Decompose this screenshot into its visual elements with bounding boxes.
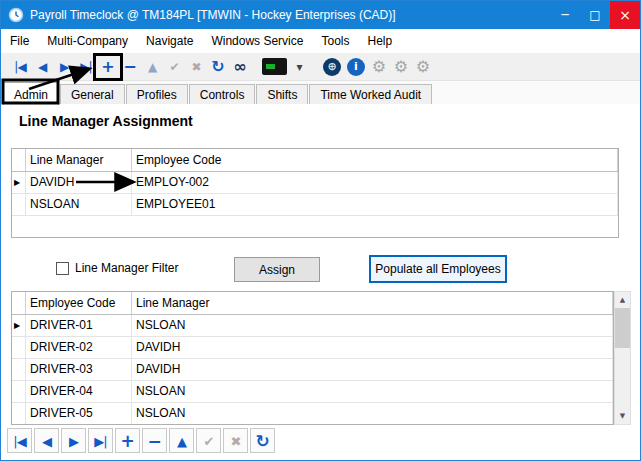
preview-glasses-icon[interactable]: ∞ bbox=[229, 56, 251, 78]
table-row[interactable]: ▶DRIVER-01NSLOAN bbox=[12, 315, 613, 337]
timeclock-device-icon[interactable] bbox=[262, 58, 287, 75]
page-title: Line Manager Assignment bbox=[19, 113, 193, 129]
device-screen bbox=[266, 64, 275, 69]
app-window: Payroll Timeclock @ TM184PL [TMWIN - Hoc… bbox=[0, 0, 641, 461]
gear-2-icon[interactable]: ⚙ bbox=[390, 56, 412, 78]
cancel-edit-icon[interactable]: ✖ bbox=[185, 56, 207, 78]
row-selector-header bbox=[12, 149, 26, 171]
column-header-employee-code[interactable]: Employee Code bbox=[132, 149, 618, 171]
refresh-icon[interactable]: ↻ bbox=[250, 428, 275, 453]
edit-record-icon[interactable]: ▲ bbox=[141, 56, 163, 78]
row-selector-header bbox=[12, 292, 26, 314]
cell-line-manager[interactable]: DAVIDH bbox=[132, 337, 613, 358]
insert-record-icon[interactable]: + bbox=[97, 56, 119, 78]
separator-1 bbox=[251, 56, 261, 78]
cell-line-manager[interactable]: NSLOAN bbox=[132, 381, 613, 402]
refresh-icon[interactable]: ↻ bbox=[207, 56, 229, 78]
nav-last-icon[interactable]: ▶| bbox=[88, 428, 113, 453]
app-icon bbox=[8, 7, 24, 23]
cell-line-manager[interactable]: NSLOAN bbox=[132, 403, 613, 424]
menu-file[interactable]: File bbox=[1, 29, 38, 53]
cell-employee-code[interactable]: DRIVER-01 bbox=[26, 315, 132, 336]
cell-line-manager[interactable]: NSLOAN bbox=[132, 315, 613, 336]
table-row[interactable]: ▶DAVIDHEMPLOY-002 bbox=[12, 172, 618, 194]
tab-controls[interactable]: Controls bbox=[189, 84, 256, 104]
employee-grid-container: Employee CodeLine Manager▶DRIVER-01NSLOA… bbox=[11, 291, 631, 425]
close-button[interactable]: × bbox=[610, 1, 640, 29]
populate-all-employees-button[interactable]: Populate all Employees bbox=[369, 255, 507, 283]
window-title: Payroll Timeclock @ TM184PL [TMWIN - Hoc… bbox=[30, 8, 396, 22]
info-icon[interactable]: i bbox=[347, 58, 365, 76]
scrollbar-thumb[interactable] bbox=[615, 308, 630, 348]
checkbox-label: Line Manager Filter bbox=[75, 261, 178, 275]
nav-first-icon[interactable]: |◀ bbox=[9, 56, 31, 78]
cancel-edit-icon[interactable]: ✖ bbox=[223, 428, 248, 453]
grid-header-row: Line ManagerEmployee Code bbox=[12, 149, 618, 172]
table-row[interactable]: DRIVER-02DAVIDH bbox=[12, 337, 613, 359]
row-selector bbox=[12, 359, 26, 380]
current-row-indicator: ▶ bbox=[12, 315, 26, 336]
menu-windows-service[interactable]: Windows Service bbox=[202, 29, 312, 53]
assign-button[interactable]: Assign bbox=[234, 257, 320, 282]
scroll-down-icon[interactable]: ▼ bbox=[615, 408, 630, 424]
scroll-up-icon[interactable]: ▲ bbox=[615, 292, 630, 308]
titlebar: Payroll Timeclock @ TM184PL [TMWIN - Hoc… bbox=[1, 1, 640, 29]
table-row[interactable]: DRIVER-03DAVIDH bbox=[12, 359, 613, 381]
row-selector bbox=[12, 403, 26, 424]
tab-time-worked-audit[interactable]: Time Worked Audit bbox=[309, 84, 432, 104]
column-header-employee-code[interactable]: Employee Code bbox=[26, 292, 132, 314]
tab-admin[interactable]: Admin bbox=[3, 82, 59, 105]
menu-tools[interactable]: Tools bbox=[312, 29, 358, 53]
maximize-button[interactable]: □ bbox=[580, 1, 610, 29]
delete-record-icon[interactable]: − bbox=[142, 428, 167, 453]
cell-line-manager[interactable]: NSLOAN bbox=[26, 194, 132, 215]
cell-line-manager[interactable]: DAVIDH bbox=[26, 172, 132, 193]
column-header-line-manager[interactable]: Line Manager bbox=[132, 292, 613, 314]
tab-general[interactable]: General bbox=[60, 84, 125, 104]
cell-employee-code[interactable]: EMPLOYEE01 bbox=[132, 194, 618, 215]
post-edit-icon[interactable]: ✔ bbox=[163, 56, 185, 78]
checkbox-box[interactable] bbox=[56, 262, 69, 275]
table-row[interactable]: DRIVER-04NSLOAN bbox=[12, 381, 613, 403]
gear-1-icon[interactable]: ⚙ bbox=[368, 56, 390, 78]
menu-multi-company[interactable]: Multi-Company bbox=[38, 29, 137, 53]
bottom-navigator: |◀◀▶▶|+−▲✔✖↻ bbox=[7, 428, 275, 453]
tab-shifts[interactable]: Shifts bbox=[256, 84, 308, 104]
menubar: FileMulti-CompanyNavigateWindows Service… bbox=[1, 29, 640, 53]
caption-buttons: ─ □ × bbox=[550, 1, 640, 29]
insert-record-icon[interactable]: + bbox=[115, 428, 140, 453]
edit-record-icon[interactable]: ▲ bbox=[169, 428, 194, 453]
nav-last-icon[interactable]: ▶| bbox=[75, 56, 97, 78]
table-row[interactable]: NSLOANEMPLOYEE01 bbox=[12, 194, 618, 216]
nav-next-icon[interactable]: ▶ bbox=[53, 56, 75, 78]
cell-employee-code[interactable]: DRIVER-02 bbox=[26, 337, 132, 358]
assignment-grid: Line ManagerEmployee Code▶DAVIDHEMPLOY-0… bbox=[11, 148, 619, 238]
main-toolbar: |◀◀▶▶|+−▲✔✖↻∞▾⊕i⚙⚙⚙ bbox=[1, 53, 640, 81]
nav-prior-icon[interactable]: ◀ bbox=[34, 428, 59, 453]
globe-icon[interactable]: ⊕ bbox=[323, 58, 341, 76]
column-header-line-manager[interactable]: Line Manager bbox=[26, 149, 132, 171]
line-manager-filter-checkbox[interactable]: Line Manager Filter bbox=[56, 261, 178, 275]
table-row[interactable]: DRIVER-05NSLOAN bbox=[12, 403, 613, 425]
tab-profiles[interactable]: Profiles bbox=[126, 84, 188, 104]
vertical-scrollbar[interactable]: ▲ ▼ bbox=[614, 291, 631, 425]
cell-employee-code[interactable]: DRIVER-03 bbox=[26, 359, 132, 380]
post-edit-icon[interactable]: ✔ bbox=[196, 428, 221, 453]
cell-employee-code[interactable]: DRIVER-04 bbox=[26, 381, 132, 402]
delete-record-icon[interactable]: − bbox=[119, 56, 141, 78]
cell-line-manager[interactable]: DAVIDH bbox=[132, 359, 613, 380]
separator-2 bbox=[310, 56, 320, 78]
nav-next-icon[interactable]: ▶ bbox=[61, 428, 86, 453]
gear-3-icon[interactable]: ⚙ bbox=[412, 56, 434, 78]
nav-prior-icon[interactable]: ◀ bbox=[31, 56, 53, 78]
cell-employee-code[interactable]: DRIVER-05 bbox=[26, 403, 132, 424]
row-selector bbox=[12, 337, 26, 358]
employee-grid: Employee CodeLine Manager▶DRIVER-01NSLOA… bbox=[11, 291, 614, 425]
row-selector bbox=[12, 194, 26, 215]
cell-employee-code[interactable]: EMPLOY-002 bbox=[132, 172, 618, 193]
nav-first-icon[interactable]: |◀ bbox=[7, 428, 32, 453]
minimize-button[interactable]: ─ bbox=[550, 1, 580, 29]
menu-help[interactable]: Help bbox=[358, 29, 401, 53]
menu-navigate[interactable]: Navigate bbox=[137, 29, 202, 53]
device-dropdown-icon[interactable]: ▾ bbox=[288, 56, 310, 78]
